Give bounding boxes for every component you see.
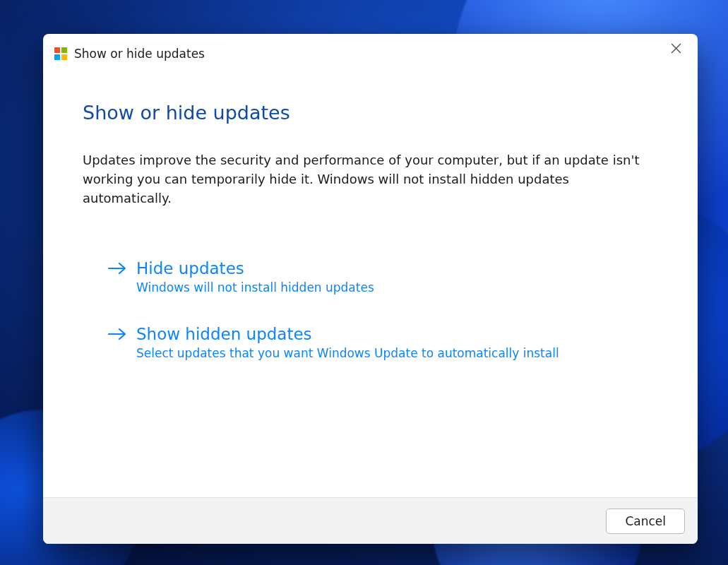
close-icon	[671, 43, 681, 54]
option-subtitle: Windows will not install hidden updates	[136, 280, 374, 295]
option-title: Hide updates	[136, 258, 374, 279]
troubleshooter-dialog: Show or hide updates Show or hide update…	[43, 34, 698, 544]
arrow-right-icon	[108, 261, 126, 278]
option-subtitle: Select updates that you want Windows Upd…	[136, 346, 559, 360]
cancel-button[interactable]: Cancel	[606, 509, 685, 534]
dialog-footer: Cancel	[43, 497, 698, 544]
titlebar: Show or hide updates	[43, 34, 698, 73]
arrow-right-icon	[108, 327, 126, 344]
page-heading: Show or hide updates	[83, 102, 658, 124]
app-title: Show or hide updates	[74, 47, 205, 61]
options-list: Hide updates Windows will not install hi…	[83, 258, 658, 360]
option-text: Hide updates Windows will not install hi…	[136, 258, 374, 295]
windows-logo-icon	[54, 47, 67, 60]
option-hide-updates[interactable]: Hide updates Windows will not install hi…	[108, 258, 631, 295]
page-description: Updates improve the security and perform…	[83, 150, 658, 208]
close-button[interactable]	[660, 36, 692, 60]
option-show-hidden-updates[interactable]: Show hidden updates Select updates that …	[108, 324, 631, 360]
dialog-content: Show or hide updates Updates improve the…	[43, 73, 698, 497]
option-title: Show hidden updates	[136, 324, 559, 345]
option-text: Show hidden updates Select updates that …	[136, 324, 559, 360]
